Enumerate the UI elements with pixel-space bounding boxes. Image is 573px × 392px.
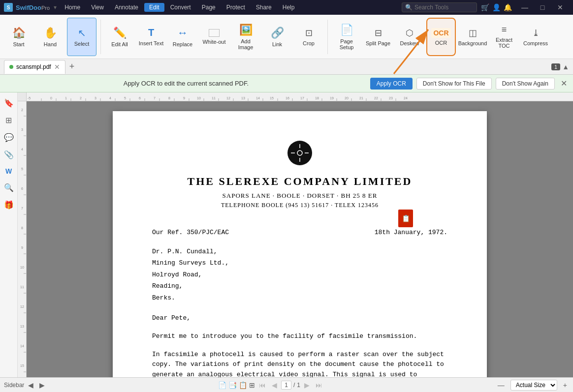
svg-text:0: 0 [50,96,52,100]
tool-background-label: Background [458,40,487,46]
page-prev-button[interactable]: ◀ [270,380,279,390]
pdf-addressee-road: Holroyd Road, [152,269,447,280]
sidebar-word-icon[interactable]: W [3,165,14,177]
view-scroll-icon[interactable]: 📋 [239,381,247,389]
zoom-in-button[interactable]: + [561,380,569,390]
tool-insert-text[interactable]: T Insert Text [136,18,166,56]
page-current: 1 [281,381,291,390]
svg-text:6: 6 [21,187,23,190]
view-single-icon[interactable]: 📄 [218,381,226,389]
pdf-addressee: Dr. P.N. Cundall, Mining Surveys Ltd., H… [152,246,447,303]
sidebar-attachment-icon[interactable]: 📎 [2,148,16,161]
svg-text:17: 17 [300,96,304,100]
pdf-company-logo [287,141,312,165]
tab-collapse-icon[interactable]: ▲ [562,63,569,71]
menu-page[interactable]: Page [197,3,221,12]
svg-text:20: 20 [345,96,349,100]
zoom-select[interactable]: Actual Size [510,380,557,391]
tool-crop[interactable]: ⊡ Crop [294,18,323,56]
search-box[interactable]: 🔍 [402,2,477,12]
tool-background[interactable]: ◫ Background [458,18,487,56]
page-last-button[interactable]: ⏭ [314,380,324,390]
menu-share[interactable]: Share [251,3,277,12]
svg-text:2: 2 [21,108,23,112]
zoom-out-button[interactable]: — [496,380,507,390]
view-fit-icon[interactable]: ⊞ [249,381,255,389]
cart-icon[interactable]: 🛒 [481,3,489,11]
minimize-button[interactable]: — [516,0,534,15]
svg-text:12: 12 [226,96,230,100]
tool-ocr[interactable]: OCR OCR [426,18,456,56]
pdf-area[interactable]: THE SLEREXE COMPANY LIMITED SAPORS LANE … [27,101,573,377]
tab-close-button[interactable]: ✕ [54,63,60,71]
search-input[interactable] [414,4,474,11]
sidebar-label: Sidebar [4,382,24,389]
pdf-page: THE SLEREXE COMPANY LIMITED SAPORS LANE … [113,111,487,377]
tab-add-button[interactable]: + [67,61,77,72]
dont-show-again-button[interactable]: Don't Show Again [496,78,555,90]
page-separator: / [293,382,295,389]
tool-add-image[interactable]: 🖼️ Add Image [231,18,260,56]
svg-text:5: 5 [124,96,126,100]
tool-deskew[interactable]: ⬡ Deskew [395,18,424,56]
sidebar-next-button[interactable]: ▶ [37,380,47,390]
sidebar-search-icon[interactable]: 🔍 [2,181,16,194]
tab-filename: scansmpl.pdf [16,63,51,70]
tool-split-page[interactable]: ⊟ Split Page [363,18,393,56]
tool-replace-label: Replace [173,41,192,47]
tool-edit-all[interactable]: ✏️ Edit All [105,18,134,56]
tool-select-label: Select [74,41,90,47]
crop-icon: ⊡ [305,28,313,38]
tool-start[interactable]: 🏠 Start [4,18,33,56]
tool-compress-label: Compress [523,40,548,46]
sidebar-layers-icon[interactable]: ⊞ [3,114,14,127]
menu-protect[interactable]: Protect [222,3,250,12]
tool-compress[interactable]: ⤓ Compress [521,18,550,56]
add-image-icon: 🖼️ [239,24,253,36]
svg-text:9: 9 [21,246,23,249]
sidebar-bookmark-icon[interactable]: 🔖 [2,96,16,110]
tool-add-image-label: Add Image [233,38,258,50]
svg-text:8: 8 [168,96,170,100]
hand-icon: ✋ [44,27,57,39]
tool-replace[interactable]: ↔️ Replace [168,18,197,56]
sidebar-comment-icon[interactable]: 💬 [2,131,16,144]
ocr-banner-close-button[interactable]: ✕ [561,79,567,88]
menu-convert[interactable]: Convert [165,3,196,12]
menu-view[interactable]: View [86,3,109,12]
tool-extract-toc[interactable]: ≡ Extract TOC [489,18,519,56]
toolbar: 🏠 Start ✋ Hand ↖ Select ✏️ Edit All T In… [0,15,573,59]
tool-link[interactable]: 🔗 Link [262,18,292,56]
menu-home[interactable]: Home [60,3,85,12]
svg-text:3: 3 [21,128,23,131]
maximize-button[interactable]: □ [534,0,551,15]
close-button[interactable]: ✕ [551,0,569,15]
page-next-button[interactable]: ▶ [302,380,312,390]
tool-select[interactable]: ↖ Select [67,18,96,56]
window-controls: — □ ✕ [516,0,569,15]
page-first-button[interactable]: ⏮ [257,380,268,390]
pdf-company-name: THE SLEREXE COMPANY LIMITED [152,175,447,188]
tool-hand[interactable]: ✋ Hand [35,18,65,56]
tool-white-out[interactable]: White-out [199,18,229,56]
menu-annotate[interactable]: Annotate [110,3,143,12]
sidebar-prev-button[interactable]: ◀ [26,380,35,390]
svg-text:15: 15 [20,364,24,367]
pdf-address: SAPORS LANE · BOOLE · DORSET · BH 25 8 E… [152,192,447,200]
tool-start-label: Start [13,41,24,47]
user-icon[interactable]: 👤 [492,3,501,11]
menu-edit[interactable]: Edit [144,3,164,12]
insert-text-icon: T [148,27,154,38]
tab-scansmpl[interactable]: scansmpl.pdf ✕ [4,60,65,74]
svg-text:1: 1 [65,96,67,100]
dont-show-for-file-button[interactable]: Don't Show for This File [416,78,492,90]
pdf-refs: Our Ref. 350/PJC/EAC 18th January, 1972. [152,229,447,236]
menu-help[interactable]: Help [278,3,300,12]
app-dropdown-icon[interactable]: ▾ [54,4,57,11]
bell-icon[interactable]: 🔔 [504,3,512,11]
apply-ocr-button[interactable]: Apply OCR [370,78,413,90]
tool-page-setup[interactable]: 📄 Page Setup [332,18,361,56]
view-double-icon[interactable]: 📑 [228,381,237,389]
sidebar-gift-icon[interactable]: 🎁 [2,198,16,211]
titlebar-left: S SwifDooPro ▾ Home View Annotate Edit C… [4,3,299,12]
